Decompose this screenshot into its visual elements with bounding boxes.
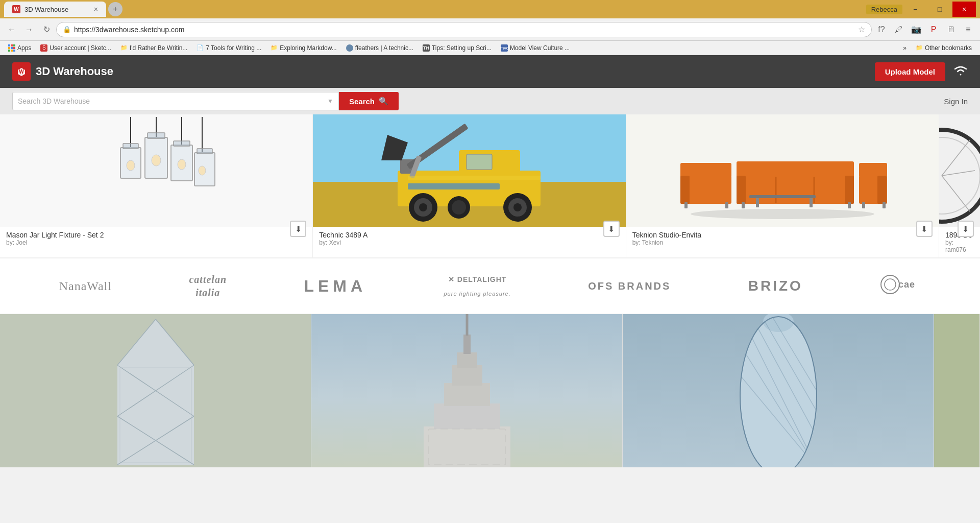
wifi-icon — [953, 64, 968, 79]
other-bookmarks-folder-icon: 📁 — [916, 44, 923, 52]
brand-cattelan-label: cattelanitalia — [189, 273, 227, 299]
svg-rect-14 — [174, 141, 190, 146]
download-button-mason-jar[interactable]: ⬇ — [290, 221, 306, 237]
brand-lema[interactable]: LEMA — [304, 277, 366, 296]
search-dropdown-icon[interactable]: ▼ — [327, 98, 333, 105]
model-image-mason-jar — [0, 114, 312, 227]
download-button-partial[interactable]: ⬇ — [958, 221, 974, 237]
svg-rect-42 — [737, 176, 854, 204]
search-bar-area: Search 3D Warehouse ▼ Search 🔍 Sign In — [0, 88, 980, 114]
brand-nanawall[interactable]: NanaWall — [59, 279, 112, 293]
brand-nanawall-label: NanaWall — [59, 279, 112, 293]
lego-vehicle-svg — [357, 120, 581, 222]
svg-rect-81 — [463, 335, 471, 354]
svg-rect-79 — [452, 365, 482, 386]
new-tab-button[interactable]: + — [108, 2, 122, 16]
bookmark-apps[interactable]: Apps — [4, 43, 35, 53]
sign-in-link[interactable]: Sign In — [944, 97, 968, 106]
cast-icon[interactable]: 🖥 — [943, 22, 959, 37]
forward-button[interactable]: → — [21, 22, 37, 37]
bookmarks-bar: Apps S User account | Sketc... 📁 I'd Rat… — [0, 41, 980, 55]
svg-rect-77 — [434, 403, 500, 429]
buildings-grid — [0, 314, 980, 467]
bookmark-ffeathers[interactable]: ffeathers | A technic... — [342, 43, 418, 53]
brand-cattelan-italia[interactable]: cattelanitalia — [189, 273, 227, 299]
eyedropper-icon[interactable]: 🖊 — [891, 22, 906, 37]
more-label: » — [903, 44, 906, 52]
address-bar[interactable]: 🔒 https://3dwarehouse.sketchup.com ☆ — [56, 22, 872, 37]
brand-deltalight-label: ✕ DELTALIGHT pure lighting pleasure. — [444, 272, 510, 300]
svg-rect-78 — [444, 383, 490, 406]
minimize-button[interactable]: − — [903, 2, 927, 17]
brand-cae-label: cae — [880, 274, 921, 298]
upload-model-button[interactable]: Upload Model — [875, 62, 945, 81]
download-button-technic[interactable]: ⬇ — [603, 221, 620, 237]
menu-icon[interactable]: ≡ — [961, 22, 976, 37]
svg-marker-24 — [381, 135, 408, 160]
brand-brizo[interactable]: BRIZO — [748, 278, 803, 294]
svg-rect-76 — [424, 426, 510, 467]
bookmark-tips[interactable]: TH Tips: Setting up Scri... — [419, 43, 496, 53]
browser-tab-active[interactable]: W 3D Warehouse × — [4, 2, 106, 17]
svg-point-9 — [127, 160, 135, 171]
mason-jar-svg — [90, 117, 223, 224]
sofa-svg — [670, 120, 895, 222]
svg-point-36 — [691, 209, 874, 219]
bookmarks-more-button[interactable]: » — [899, 43, 911, 53]
toolbar-icons: f? 🖊 📷 P 🖥 ≡ — [874, 22, 976, 37]
svg-point-31 — [513, 203, 522, 211]
svg-rect-46 — [737, 176, 746, 204]
model-author-technic: by: Xevi — [319, 239, 619, 246]
svg-point-33 — [452, 200, 466, 215]
site-logo-icon: W — [12, 62, 31, 81]
download-button-teknion[interactable]: ⬇ — [916, 221, 933, 237]
bookmark-other-bookmarks[interactable]: 📁 Other bookmarks — [912, 43, 976, 53]
back-button[interactable]: ← — [4, 22, 19, 37]
close-button[interactable]: × — [952, 2, 976, 17]
partial-svg — [939, 114, 980, 227]
window-controls: Rebecca − □ × — [866, 2, 976, 17]
page-icon: 📄 — [197, 44, 204, 52]
svg-point-28 — [419, 203, 427, 211]
model-card-technic: Technic 3489 A by: Xevi ⬇ — [313, 114, 626, 257]
svg-rect-8 — [123, 144, 138, 149]
reload-button[interactable]: ↻ — [39, 22, 54, 37]
bookmark-user-account[interactable]: S User account | Sketc... — [36, 43, 115, 53]
bookmark-rather-be-writing[interactable]: 📁 I'd Rather Be Writin... — [116, 43, 191, 53]
pinterest-icon[interactable]: P — [926, 22, 941, 37]
model-image-technic — [313, 114, 625, 227]
model-name-technic: Technic 3489 A — [319, 231, 619, 239]
building3-illustration — [623, 314, 934, 467]
font-size-icon[interactable]: f? — [874, 22, 889, 37]
7-tools-label: 7 Tools for Writing ... — [206, 44, 261, 52]
url-text: https://3dwarehouse.sketchup.com — [74, 26, 855, 34]
building2-svg — [347, 314, 587, 467]
svg-text:cae: cae — [898, 279, 915, 290]
bookmark-7-tools[interactable]: 📄 7 Tools for Writing ... — [192, 43, 265, 53]
svg-rect-11 — [148, 133, 165, 138]
building2-illustration — [311, 314, 622, 467]
building-card-4 — [934, 314, 980, 467]
models-grid: Mason Jar Light Fixture - Set 2 by: Joel… — [0, 114, 980, 258]
camera-icon[interactable]: 📷 — [909, 22, 924, 37]
bookmark-mvc[interactable]: mvc Model View Culture ... — [497, 43, 574, 53]
brand-cae[interactable]: cae — [880, 274, 921, 298]
bookmark-star-icon[interactable]: ☆ — [858, 25, 865, 34]
svg-text:W: W — [19, 69, 24, 75]
bookmark-exploring-markdown[interactable]: 📁 Exploring Markdow... — [266, 43, 340, 53]
svg-rect-34 — [408, 176, 541, 180]
building1-svg — [36, 314, 276, 467]
brand-deltalight[interactable]: ✕ DELTALIGHT pure lighting pleasure. — [444, 272, 510, 300]
svg-rect-21 — [467, 154, 492, 170]
maximize-button[interactable]: □ — [928, 2, 951, 17]
building-card-2 — [311, 314, 623, 467]
building3-svg — [658, 314, 898, 467]
search-input-wrapper[interactable]: Search 3D Warehouse ▼ — [12, 92, 339, 110]
tab-close-button[interactable]: × — [94, 5, 98, 13]
tips-label: Tips: Setting up Scri... — [432, 44, 492, 52]
brand-ofs-brands[interactable]: OFS BRANDS — [588, 280, 671, 292]
svg-line-61 — [942, 171, 975, 176]
svg-point-58 — [939, 130, 980, 222]
search-button[interactable]: Search 🔍 — [339, 92, 399, 110]
other-bookmarks-label: Other bookmarks — [925, 44, 972, 52]
